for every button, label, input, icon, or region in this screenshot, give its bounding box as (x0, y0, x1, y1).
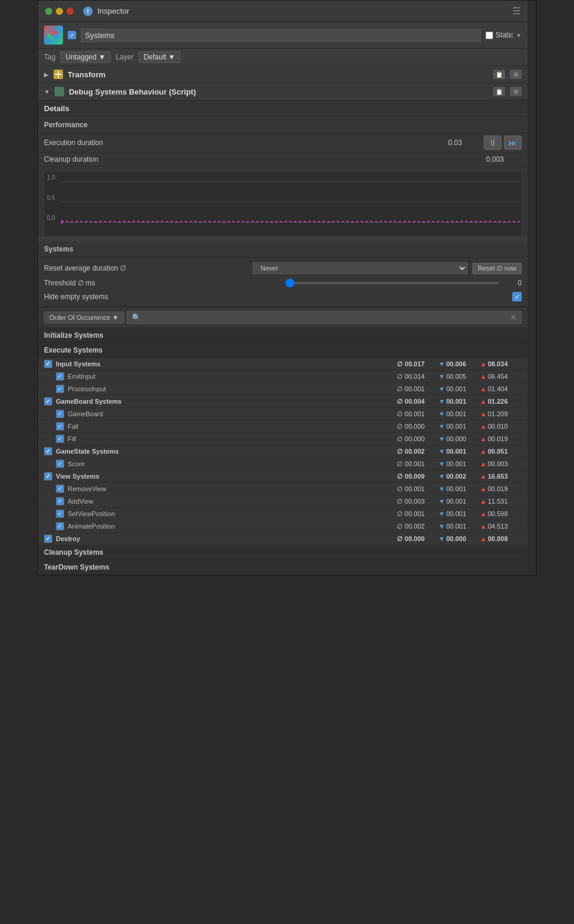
system-checkbox[interactable]: ✓ (56, 497, 64, 505)
system-name: Fill (68, 435, 397, 442)
perf-controls: ⏸ ⏭ (484, 136, 522, 150)
system-name: ProcessInput (68, 385, 397, 392)
system-row: ✓Fill∅ 00.000▼ 00.000▲ 00.019 (38, 433, 528, 445)
system-max: ▲ 00.598 (480, 510, 522, 517)
script-book-btn[interactable]: 📋 (493, 87, 505, 96)
system-checkbox[interactable]: ✓ (44, 535, 52, 543)
object-name-row: ✓ Static ▼ (68, 29, 522, 42)
script-gear-btn[interactable]: ⚙ (510, 87, 522, 96)
system-min: ▼ 00.001 (439, 498, 480, 505)
teardown-systems-header: TearDown Systems (38, 560, 528, 575)
inspector-window: i Inspector ☰ ✓ Static (37, 0, 537, 576)
system-checkbox[interactable]: ✓ (56, 435, 64, 443)
system-avg: ∅ 00.001 (397, 410, 439, 418)
system-checkbox[interactable]: ✓ (44, 472, 52, 480)
transform-component-header[interactable]: ▶ Transform 📋 ⚙ (38, 66, 528, 83)
chart-y3-label: 0.0 (47, 215, 55, 221)
sort-dropdown-label: Order Of Occurrence (49, 314, 111, 321)
system-checkbox[interactable]: ✓ (44, 447, 52, 455)
system-min: ▼ 00.000 (439, 435, 480, 442)
system-avg: ∅ 00.009 (397, 473, 439, 480)
system-name: GameBoard (68, 410, 397, 417)
system-avg: ∅ 00.000 (397, 435, 439, 443)
transform-title: Transform (68, 70, 488, 79)
system-min: ▼ 00.006 (439, 360, 480, 367)
system-checkbox[interactable]: ✓ (56, 485, 64, 493)
menu-icon[interactable]: ☰ (512, 5, 521, 17)
reset-avg-row: Reset average duration ∅ Never Reset ∅ n… (44, 260, 522, 276)
transform-gear-btn[interactable]: ⚙ (510, 70, 522, 79)
red-traffic-light[interactable] (67, 8, 74, 15)
reset-now-button[interactable]: Reset ∅ now (472, 263, 522, 274)
object-name-input[interactable] (81, 29, 481, 42)
execute-systems-header: Execute Systems (38, 343, 528, 358)
layer-select[interactable]: Default ▼ (138, 51, 181, 63)
system-checkbox[interactable]: ✓ (56, 385, 64, 393)
system-min: ▼ 00.001 (439, 523, 480, 530)
transform-icon (53, 70, 63, 79)
system-name: GameState Systems (56, 448, 397, 455)
static-checkbox[interactable] (485, 32, 493, 39)
performance-title: Performance (38, 117, 528, 133)
static-dropdown-arrow[interactable]: ▼ (516, 32, 522, 39)
system-checkbox[interactable]: ✓ (56, 510, 64, 518)
system-max: ▲ 00.019 (480, 485, 522, 492)
performance-chart: 1.0 0.5 0.0 (44, 171, 522, 237)
system-max: ▲ 01.209 (480, 410, 522, 417)
system-max: ▲ 00.019 (480, 435, 522, 442)
system-row: ✓GameState Systems∅ 00.002▼ 00.001▲ 00.0… (38, 445, 528, 458)
system-max: ▲ 06.454 (480, 373, 522, 380)
svg-point-7 (61, 220, 63, 224)
cleanup-systems-header: Cleanup Systems (38, 545, 528, 560)
system-checkbox[interactable]: ✓ (56, 410, 64, 418)
systems-rows-container: ✓Input Systems∅ 00.017▼ 00.006▲ 08.034✓E… (38, 358, 528, 545)
system-name: Input Systems (56, 360, 397, 367)
system-min: ▼ 00.001 (439, 510, 480, 517)
system-checkbox[interactable]: ✓ (44, 397, 52, 406)
initialize-systems-header: Initialize Systems (38, 328, 528, 343)
threshold-label: Threshold ∅ ms (44, 279, 280, 287)
reset-dropdown[interactable]: Never (253, 262, 467, 274)
system-avg: ∅ 00.001 (397, 510, 439, 518)
system-checkbox[interactable]: ✓ (56, 460, 64, 468)
system-avg: ∅ 00.000 (397, 535, 439, 543)
script-component-header[interactable]: ▼ Debug Systems Behaviour (Script) 📋 ⚙ (38, 83, 528, 100)
search-input[interactable] (143, 314, 508, 321)
threshold-slider[interactable] (285, 282, 499, 284)
yellow-traffic-light[interactable] (56, 8, 63, 15)
active-checkbox[interactable]: ✓ (68, 31, 76, 39)
systems-section-title: Systems (38, 241, 528, 257)
system-max: ▲ 00.051 (480, 448, 522, 455)
system-avg: ∅ 00.017 (397, 360, 439, 368)
cleanup-value: 0.003 (486, 155, 522, 164)
system-name: AnimatePosition (68, 523, 397, 530)
systems-section: Systems Reset average duration ∅ Never R… (38, 241, 528, 575)
tag-select[interactable]: Untagged ▼ (60, 51, 111, 63)
tag-layer-row: Tag Untagged ▼ Layer Default ▼ (38, 49, 528, 66)
threshold-value: 0 (504, 279, 522, 287)
search-clear-button[interactable]: ✕ (510, 313, 516, 322)
chart-line-2 (61, 202, 521, 202)
system-name: Fall (68, 423, 397, 430)
step-button[interactable]: ⏭ (504, 136, 522, 150)
sort-dropdown[interactable]: Order Of Occurrence ▼ (44, 312, 124, 323)
execution-value: 0.03 (448, 139, 484, 147)
transform-book-btn[interactable]: 📋 (493, 70, 505, 79)
system-checkbox[interactable]: ✓ (44, 360, 52, 368)
filter-row: Order Of Occurrence ▼ 🔍 ✕ (38, 307, 528, 328)
search-box: 🔍 ✕ (127, 311, 522, 324)
system-checkbox[interactable]: ✓ (56, 422, 64, 430)
system-max: ▲ 01.404 (480, 385, 522, 392)
hide-empty-checkbox[interactable]: ✓ (512, 292, 522, 301)
system-row: ✓Input Systems∅ 00.017▼ 00.006▲ 08.034 (38, 358, 528, 370)
system-checkbox[interactable]: ✓ (56, 522, 64, 530)
system-min: ▼ 00.001 (439, 423, 480, 430)
scrollbar[interactable] (528, 1, 536, 575)
system-checkbox[interactable]: ✓ (56, 372, 64, 381)
system-row: ✓Destroy∅ 00.000▼ 00.000▲ 00.008 (38, 533, 528, 545)
traffic-lights (45, 8, 74, 15)
tag-label: Tag (44, 53, 55, 61)
system-max: ▲ 08.034 (480, 360, 522, 367)
green-traffic-light[interactable] (45, 8, 52, 15)
pause-button[interactable]: ⏸ (484, 136, 502, 150)
